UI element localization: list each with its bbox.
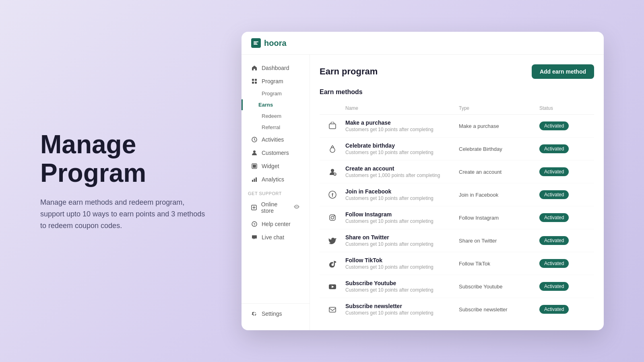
table-row[interactable]: Subscribe Youtube Customers get 10 point… xyxy=(320,275,594,298)
sidebar-item-analytics[interactable]: Analytics xyxy=(245,173,306,186)
row-icon-celebrate-birthday xyxy=(326,142,339,155)
row-icon-follow-tiktok xyxy=(326,257,339,270)
row-status-create-account: Activated xyxy=(539,167,588,176)
status-badge-create-account: Activated xyxy=(539,167,569,176)
status-badge-celebrate-birthday: Activated xyxy=(539,144,569,153)
table-row[interactable]: Subscribe newsletter Customers get 10 po… xyxy=(320,298,594,321)
sidebar-item-activities[interactable]: Activities xyxy=(245,133,306,146)
row-desc-celebrate-birthday: Customers get 10 points after completing xyxy=(345,150,459,155)
sidebar-item-widget[interactable]: Widget xyxy=(245,160,306,173)
table-rows-container: Make a purchase Customers get 10 points … xyxy=(320,115,594,321)
row-type-follow-tiktok: Follow TikTok xyxy=(459,261,539,267)
hero-section: Manage Program Manage earn methods and r… xyxy=(40,130,209,231)
row-icon-join-facebook: f xyxy=(326,188,339,201)
sidebar-sub-earns[interactable]: Earns xyxy=(242,99,306,110)
row-name-create-account: Create an account xyxy=(345,165,459,172)
svg-rect-33 xyxy=(329,307,336,312)
sidebar-main-section: Dashboard Program xyxy=(242,61,310,300)
sidebar-sub-redeem[interactable]: Redeem xyxy=(245,111,306,121)
analytics-label: Analytics xyxy=(262,176,284,183)
svg-point-21 xyxy=(330,148,335,152)
sidebar-item-settings[interactable]: Settings xyxy=(245,307,306,320)
add-earn-method-button[interactable]: Add earn method xyxy=(532,64,594,79)
earn-methods-table: Earn methods Name Type Status Make a pur… xyxy=(320,88,594,321)
row-type-create-account: Create an account xyxy=(459,169,539,175)
hero-description: Manage earn methods and redeem program, … xyxy=(40,197,209,231)
row-status-subscribe-youtube: Activated xyxy=(539,282,588,291)
row-desc-subscribe-youtube: Customers get 10 points after completing xyxy=(345,287,459,293)
table-row[interactable]: Follow TikTok Customers get 10 points af… xyxy=(320,252,594,275)
customers-label: Customers xyxy=(262,150,289,156)
dashboard-label: Dashboard xyxy=(262,65,289,71)
sidebar-item-program[interactable]: Program xyxy=(245,75,306,88)
help-icon: ? xyxy=(251,221,258,227)
svg-point-23 xyxy=(331,169,334,172)
row-desc-create-account: Customers get 1,000 points after complet… xyxy=(345,173,459,178)
table-row[interactable]: + Create an account Customers get 1,000 … xyxy=(320,160,594,183)
table-row[interactable]: Follow Instagram Customers get 10 points… xyxy=(320,206,594,229)
table-row[interactable]: Celebrate birthday Customers get 10 poin… xyxy=(320,138,594,160)
svg-point-17 xyxy=(296,206,297,208)
row-desc-follow-instagram: Customers get 10 points after completing xyxy=(345,218,459,224)
status-badge-follow-instagram: Activated xyxy=(539,213,569,222)
row-type-make-purchase: Make a purchase xyxy=(459,123,539,129)
table-row[interactable]: Make a purchase Customers get 10 points … xyxy=(320,115,594,138)
sidebar-item-customers[interactable]: Customers xyxy=(245,146,306,159)
row-name-share-twitter: Share on Twitter xyxy=(345,234,459,241)
row-info-join-facebook: Join in Facebook Customers get 10 points… xyxy=(345,188,459,201)
activities-label: Activities xyxy=(262,136,284,143)
row-name-follow-instagram: Follow Instagram xyxy=(345,211,459,218)
row-status-subscribe-newsletter: Activated xyxy=(539,305,588,314)
row-status-follow-tiktok: Activated xyxy=(539,259,588,268)
sidebar-item-live-chat[interactable]: Live chat xyxy=(245,231,306,244)
settings-icon xyxy=(251,311,258,317)
svg-rect-0 xyxy=(254,41,258,42)
row-status-join-facebook: Activated xyxy=(539,190,588,199)
sidebar-item-help-center[interactable]: ? Help center xyxy=(245,218,306,230)
sidebar-sub-referral[interactable]: Referral xyxy=(245,122,306,133)
svg-text:+: + xyxy=(334,173,336,176)
sidebar-sub-program[interactable]: Program xyxy=(245,88,306,99)
logo: hoora xyxy=(251,38,287,48)
help-center-label: Help center xyxy=(262,221,291,227)
row-type-celebrate-birthday: Celebrate Birthday xyxy=(459,146,539,152)
row-info-follow-tiktok: Follow TikTok Customers get 10 points af… xyxy=(345,257,459,270)
svg-text:?: ? xyxy=(253,222,256,226)
svg-point-8 xyxy=(253,150,256,153)
row-info-share-twitter: Share on Twitter Customers get 10 points… xyxy=(345,234,459,247)
table-row[interactable]: Share on Twitter Customers get 10 points… xyxy=(320,229,594,252)
sidebar-item-dashboard[interactable]: Dashboard xyxy=(245,62,306,74)
sidebar-bottom: Settings xyxy=(242,303,310,324)
row-icon-subscribe-newsletter xyxy=(326,303,339,316)
status-badge-join-facebook: Activated xyxy=(539,190,569,199)
row-info-create-account: Create an account Customers get 1,000 po… xyxy=(345,165,459,178)
row-name-follow-tiktok: Follow TikTok xyxy=(345,257,459,263)
svg-rect-15 xyxy=(256,177,257,182)
row-info-make-purchase: Make a purchase Customers get 10 points … xyxy=(345,119,459,132)
program-label: Program xyxy=(262,78,283,84)
svg-point-29 xyxy=(331,216,334,219)
widget-label: Widget xyxy=(262,163,279,169)
row-name-join-facebook: Join in Facebook xyxy=(345,188,459,195)
row-icon-share-twitter xyxy=(326,234,339,247)
col-status: Status xyxy=(539,105,588,111)
row-desc-subscribe-newsletter: Customers get 10 points after completing xyxy=(345,310,459,316)
analytics-icon xyxy=(251,176,258,183)
col-icon xyxy=(326,105,345,111)
row-type-subscribe-youtube: Subscribe Youtube xyxy=(459,284,539,290)
row-icon-make-purchase xyxy=(326,119,339,132)
page-title: Earn program xyxy=(320,66,378,77)
row-status-share-twitter: Activated xyxy=(539,236,588,245)
row-info-subscribe-newsletter: Subscribe newsletter Customers get 10 po… xyxy=(345,303,459,316)
table-header: Name Type Status xyxy=(320,102,594,115)
row-name-subscribe-newsletter: Subscribe newsletter xyxy=(345,303,459,309)
row-status-make-purchase: Activated xyxy=(539,121,588,130)
status-badge-subscribe-youtube: Activated xyxy=(539,282,569,291)
customers-icon xyxy=(251,150,258,156)
col-type: Type xyxy=(459,105,539,111)
svg-rect-12 xyxy=(253,166,256,168)
sidebar-item-online-store[interactable]: Online store xyxy=(245,198,306,217)
row-name-make-purchase: Make a purchase xyxy=(345,119,459,126)
table-row[interactable]: f Join in Facebook Customers get 10 poin… xyxy=(320,183,594,206)
sidebar: Dashboard Program xyxy=(242,55,310,330)
